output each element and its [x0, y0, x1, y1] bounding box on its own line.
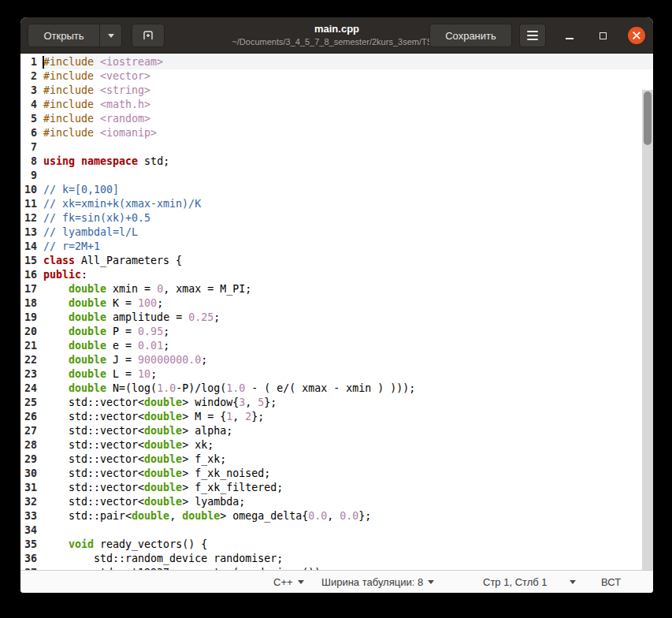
line-number: 18: [20, 296, 43, 311]
code-line[interactable]: 35 void ready_vectors() {: [20, 538, 653, 552]
code-line-text: double J = 90000000.0;: [43, 353, 653, 367]
dropdown-arrow-icon: [428, 580, 434, 584]
close-button[interactable]: [628, 27, 645, 44]
gedit-window: Открыть main.cpp ~/Documents/3_4_5_7_8_s…: [20, 17, 653, 593]
code-line[interactable]: 13// lyambdal=l/L: [20, 225, 653, 240]
code-line[interactable]: 20 double P = 0.95;: [20, 325, 653, 339]
code-line[interactable]: 33 std::pair<double, double> omega_delta…: [20, 509, 653, 523]
code-line-text: std::random_device randomiser;: [43, 552, 653, 566]
code-line[interactable]: 24 double N=(log(1.0-P)/log(1.0 - ( e/( …: [20, 382, 653, 396]
line-number: 23: [20, 367, 43, 382]
code-line[interactable]: 26 std::vector<double> M = {1, 2};: [20, 410, 653, 424]
vertical-scrollbar[interactable]: [642, 90, 653, 570]
new-document-button[interactable]: [132, 24, 165, 47]
code-line[interactable]: 21 double e = 0.01;: [20, 339, 653, 353]
line-number: 3: [20, 84, 43, 98]
language-selector[interactable]: C++: [273, 571, 304, 593]
line-number: 9: [20, 169, 43, 183]
code-line-text: std::pair<double, double> omega_delta{0.…: [43, 509, 653, 523]
code-line-text: std::vector<double> M = {1, 2};: [43, 410, 653, 424]
tab-width-label: Ширина табуляции: 8: [321, 576, 423, 588]
code-line-text: double e = 0.01;: [43, 339, 653, 353]
chevron-down-icon: [108, 34, 114, 38]
code-line[interactable]: 8using namespace std;: [20, 154, 653, 169]
code-line-text: // lyambdal=l/L: [43, 225, 653, 240]
scrollbar-thumb[interactable]: [644, 91, 652, 145]
code-line-text: // fk=sin(xk)+0.5: [43, 211, 653, 225]
code-line[interactable]: 16public:: [20, 268, 653, 282]
code-line[interactable]: 17 double xmin = 0, xmax = M_PI;: [20, 282, 653, 296]
line-number: 25: [20, 396, 43, 410]
code-line[interactable]: 29 std::vector<double> f_xk;: [20, 452, 653, 467]
code-line-text: [43, 169, 653, 183]
editor-area[interactable]: 1#include <iostream>2#include <vector>3#…: [20, 54, 653, 570]
code-line[interactable]: 22 double J = 90000000.0;: [20, 353, 653, 367]
code-line[interactable]: 28 std::vector<double> xk;: [20, 438, 653, 452]
line-number: 36: [20, 552, 43, 566]
code-line-text: #include <vector>: [43, 69, 653, 84]
code-line-text: using namespace std;: [43, 154, 653, 169]
code-line[interactable]: 5#include <random>: [20, 112, 653, 126]
code-line[interactable]: 9: [20, 169, 653, 183]
code-line[interactable]: 14// r=2M+1: [20, 240, 653, 254]
dropdown-arrow-icon: [298, 580, 304, 584]
maximize-icon: [600, 32, 607, 39]
code-line-text: [43, 523, 653, 538]
code-line[interactable]: 18 double K = 100;: [20, 296, 653, 311]
code-line-text: double K = 100;: [43, 296, 653, 311]
line-number: 22: [20, 353, 43, 367]
line-number: 5: [20, 112, 43, 126]
code-line-text: #include <string>: [43, 84, 653, 98]
line-number: 26: [20, 410, 43, 424]
code-line[interactable]: 36 std::random_device randomiser;: [20, 552, 653, 566]
code-line-text: double amplitude = 0.25;: [43, 311, 653, 325]
line-number: 8: [20, 154, 43, 169]
tab-width-selector[interactable]: Ширина табуляции: 8: [321, 571, 434, 593]
code-line[interactable]: 30 std::vector<double> f_xk_noised;: [20, 467, 653, 481]
menu-button[interactable]: [519, 24, 546, 47]
code-line[interactable]: 27 std::vector<double> alpha;: [20, 424, 653, 438]
code-line-text: double P = 0.95;: [43, 325, 653, 339]
new-tab-icon: [142, 29, 154, 42]
insert-mode-indicator[interactable]: ВСТ: [601, 571, 621, 593]
code-line[interactable]: 15class All_Parameters {: [20, 254, 653, 268]
line-number: 31: [20, 481, 43, 495]
code-line-text: // xk=xmin+k(xmax-xmin)/K: [43, 197, 653, 211]
line-number: 11: [20, 197, 43, 211]
goto-line-dropdown[interactable]: [570, 571, 576, 593]
code-line[interactable]: 3#include <string>: [20, 84, 653, 98]
line-number: 28: [20, 438, 43, 452]
save-button[interactable]: Сохранить: [429, 24, 512, 47]
cursor-position[interactable]: Стр 1, Стлб 1: [483, 571, 548, 593]
code-line[interactable]: 4#include <math.h>: [20, 98, 653, 112]
code-line-text: #include <iomanip>: [43, 126, 653, 140]
maximize-button[interactable]: [594, 27, 611, 44]
code-line[interactable]: 31 std::vector<double> f_xk_filtered;: [20, 481, 653, 495]
line-number: 14: [20, 240, 43, 254]
code-line[interactable]: 25 std::vector<double> window{3, 5};: [20, 396, 653, 410]
minimize-button[interactable]: [561, 27, 578, 44]
code-line[interactable]: 34: [20, 523, 653, 538]
line-number: 29: [20, 452, 43, 467]
code-area[interactable]: 1#include <iostream>2#include <vector>3#…: [20, 54, 653, 570]
code-line-text: std::vector<double> f_xk_noised;: [43, 467, 653, 481]
code-line[interactable]: 23 double L = 10;: [20, 367, 653, 382]
code-line[interactable]: 7: [20, 140, 653, 154]
code-line-text: double xmin = 0, xmax = M_PI;: [43, 282, 653, 296]
open-button[interactable]: Открыть: [28, 30, 99, 42]
code-line-text: #include <math.h>: [43, 98, 653, 112]
code-line[interactable]: 2#include <vector>: [20, 69, 653, 84]
code-line[interactable]: 10// k=[0,100]: [20, 183, 653, 197]
code-line[interactable]: 19 double amplitude = 0.25;: [20, 311, 653, 325]
code-line-text: void ready_vectors() {: [43, 538, 653, 552]
open-dropdown-button[interactable]: [99, 24, 121, 47]
code-line[interactable]: 6#include <iomanip>: [20, 126, 653, 140]
code-line-text: std::vector<double> window{3, 5};: [43, 396, 653, 410]
code-line[interactable]: 11// xk=xmin+k(xmax-xmin)/K: [20, 197, 653, 211]
code-line-text: double L = 10;: [43, 367, 653, 382]
code-line[interactable]: 12// fk=sin(xk)+0.5: [20, 211, 653, 225]
code-line[interactable]: 1#include <iostream>: [20, 55, 653, 69]
code-line[interactable]: 32 std::vector<double> lyambda;: [20, 495, 653, 509]
line-number: 2: [20, 69, 43, 84]
line-number: 4: [20, 98, 43, 112]
